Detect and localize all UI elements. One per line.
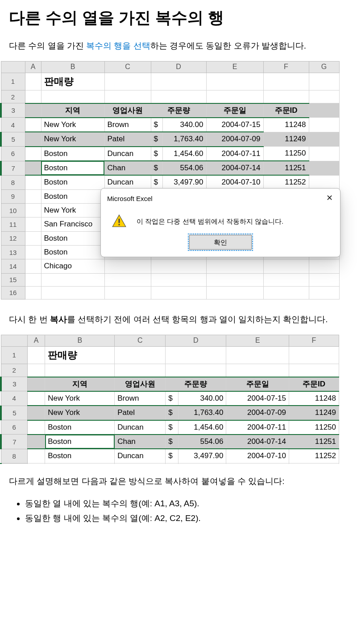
cell-date[interactable]: 2004-07-14 [206,161,263,175]
cell-date[interactable]: 2004-07-11 [206,147,263,161]
cell-rep[interactable]: Chan [104,161,151,175]
active-cell-B7[interactable]: Boston [45,435,115,449]
cell-cur[interactable]: $ [166,420,178,435]
cell-rep[interactable]: Brown [115,391,166,406]
cell-amt[interactable]: 1,763.40 [178,406,226,420]
cell-region[interactable]: Boston [45,420,115,435]
colhead-A[interactable]: A [27,335,45,347]
cell-region[interactable]: New York [41,118,104,132]
rownum-16[interactable]: 16 [1,286,25,299]
ok-button[interactable]: 확인 [189,235,252,250]
close-icon[interactable]: ✕ [324,192,336,205]
rownum-5[interactable]: 5 [1,406,27,420]
cell-cur[interactable]: $ [166,406,178,420]
cell-cur[interactable]: $ [166,449,178,463]
cell-amt[interactable]: 1,454.60 [178,420,226,435]
cell-cur[interactable]: $ [151,161,162,175]
cell-id[interactable]: 11252 [289,449,339,463]
cell-region[interactable]: Boston [41,246,104,259]
colhead-A[interactable]: A [25,62,41,73]
cell-region[interactable]: New York [45,406,115,420]
colhead-D[interactable]: D [151,62,206,73]
cell-id[interactable]: 11250 [289,420,339,435]
cell-cur[interactable]: $ [166,435,178,449]
cell-cur[interactable]: $ [166,463,178,464]
rownum-6[interactable]: 6 [1,147,25,161]
rownum-1[interactable]: 1 [1,73,25,90]
cell-rep[interactable]: Brown [104,118,151,132]
cell-cur[interactable]: $ [151,147,162,161]
rownum-8[interactable]: 8 [1,175,25,189]
cell-date[interactable]: 2004-07-15 [226,463,289,464]
cell-amt[interactable]: 3,497.90 [162,175,206,189]
cell-rep[interactable]: Chan [115,463,166,464]
cell-id[interactable]: 11251 [289,435,339,449]
select-rows-link[interactable]: 복수의 행을 선택 [86,41,150,50]
cell-rep[interactable]: Patel [115,406,166,420]
rownum-12[interactable]: 12 [1,231,25,245]
colhead-C[interactable]: C [104,62,151,73]
rownum-3[interactable]: 3 [1,377,27,391]
cell-id[interactable]: 11252 [263,175,309,189]
rownum-8[interactable]: 8 [1,449,27,463]
cell-date[interactable]: 2004-07-15 [206,118,263,132]
rownum-7[interactable]: 7 [1,435,27,449]
cell-region[interactable]: New York [45,391,115,406]
cell-id[interactable]: 11249 [289,406,339,420]
cell-rep[interactable]: Duncan [104,175,151,189]
colhead-B[interactable]: B [41,62,104,73]
rownum-1[interactable]: 1 [1,346,27,364]
rownum-9[interactable]: 9 [1,189,25,203]
cell-id[interactable]: 11248 [289,391,339,406]
rownum-7[interactable]: 7 [1,161,25,175]
cell-region[interactable]: San Francisco [41,217,104,231]
cell-id[interactable]: 11253 [289,463,339,464]
cell-rep[interactable]: Duncan [104,147,151,161]
colhead-C[interactable]: C [115,335,166,347]
rownum-5[interactable]: 5 [1,132,25,146]
cell-amt[interactable]: 1,454.60 [162,147,206,161]
colhead-B[interactable]: B [45,335,115,347]
rownum-2[interactable]: 2 [1,90,25,103]
cell-cur[interactable]: $ [151,132,162,146]
rownum-11[interactable]: 11 [1,217,25,231]
cell-region[interactable]: New York [41,204,104,217]
cell-date[interactable]: 2004-07-11 [226,420,289,435]
cell-region[interactable]: Boston [41,231,104,245]
colhead-F[interactable]: F [263,62,309,73]
active-cell-B7[interactable]: Boston [41,161,104,175]
colhead-E[interactable]: E [226,335,289,347]
rownum-2[interactable]: 2 [1,364,27,377]
cell-amt[interactable]: 3,497.90 [178,449,226,463]
cell-date[interactable]: 2004-07-09 [206,132,263,146]
cell-rep[interactable]: Chan [115,435,166,449]
cell-cur[interactable]: $ [151,118,162,132]
cell-date[interactable]: 2004-07-09 [226,406,289,420]
cell-amt[interactable]: 554.06 [178,435,226,449]
colhead-F[interactable]: F [289,335,339,347]
cell-region[interactable]: Boston [45,463,115,464]
cell-amt[interactable]: 554.06 [162,161,206,175]
cell-cur[interactable]: $ [151,175,162,189]
rownum-6[interactable]: 6 [1,420,27,435]
cell-id[interactable]: 11250 [263,147,309,161]
rownum-13[interactable]: 13 [1,246,25,259]
cell-rep[interactable]: Duncan [115,420,166,435]
cell-date[interactable]: 2004-07-10 [206,175,263,189]
cell-date[interactable]: 2004-07-14 [226,435,289,449]
cell-cur[interactable]: $ [166,391,178,406]
cell-region[interactable]: Boston [41,147,104,161]
colhead-G[interactable]: G [309,62,339,73]
cell-date[interactable]: 2004-07-10 [226,449,289,463]
cell-region[interactable]: Boston [41,189,104,203]
rownum-15[interactable]: 15 [1,273,25,286]
colhead-D[interactable]: D [166,335,226,347]
cell-region[interactable]: New York [41,132,104,146]
rownum-4[interactable]: 4 [1,391,27,406]
cell-rep[interactable]: Duncan [115,449,166,463]
cell-id[interactable]: 11248 [263,118,309,132]
cell-amt[interactable]: 340.00 [162,118,206,132]
cell-region[interactable]: Chicago [41,259,104,273]
colhead-E[interactable]: E [206,62,263,73]
rownum-3[interactable]: 3 [1,103,25,118]
